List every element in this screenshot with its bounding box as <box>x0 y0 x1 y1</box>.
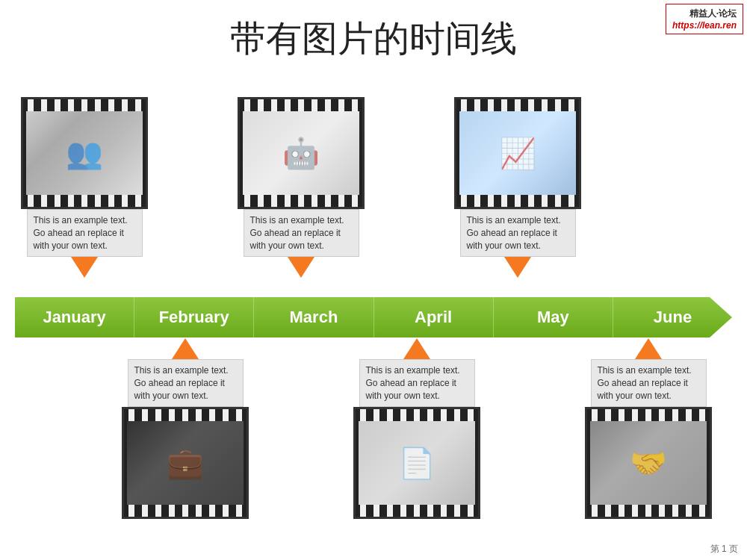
scene-chart <box>459 111 576 195</box>
month-april: April <box>374 297 494 337</box>
watermark-line2: https://lean.ren <box>672 20 737 31</box>
scene-handshake <box>590 421 707 505</box>
top-item-may: This is an example text. Go ahead an rep… <box>454 97 581 278</box>
bottom-item-february: This is an example text. Go ahead an rep… <box>122 338 249 519</box>
scene-meeting <box>26 111 143 195</box>
arrow-up-june <box>635 338 662 359</box>
timeline-bar: January February March April May June <box>15 297 732 337</box>
scene-robot <box>243 111 359 195</box>
scene-team <box>127 421 244 505</box>
month-june: June <box>613 297 732 337</box>
arrow-down-may <box>504 257 531 278</box>
arrow-up-february <box>172 338 199 359</box>
textbox-june: This is an example text. Go ahead an rep… <box>591 359 707 407</box>
textbox-april: This is an example text. Go ahead an rep… <box>359 359 475 407</box>
watermark: 精益人·论坛 https://lean.ren <box>666 4 743 34</box>
film-february <box>122 407 249 519</box>
page-number: 第 1 页 <box>710 543 738 556</box>
arrow-up-april <box>403 338 430 359</box>
arrow-down-march <box>288 257 314 278</box>
film-june <box>585 407 712 519</box>
scene-docs <box>359 421 475 505</box>
month-may: May <box>494 297 613 337</box>
film-may <box>454 97 581 209</box>
textbox-march: This is an example text. Go ahead an rep… <box>244 209 359 257</box>
film-april <box>353 407 480 519</box>
film-march <box>238 97 365 209</box>
top-item-january: This is an example text. Go ahead an rep… <box>21 97 148 278</box>
textbox-may: This is an example text. Go ahead an rep… <box>460 209 576 257</box>
arrow-down-january <box>71 257 98 278</box>
month-january: January <box>15 297 134 337</box>
month-february: February <box>134 297 254 337</box>
film-january <box>21 97 148 209</box>
watermark-line1: 精益人·论坛 <box>672 7 737 20</box>
top-item-march: This is an example text. Go ahead an rep… <box>238 97 365 278</box>
page-title: 带有图片的时间线 <box>0 0 747 70</box>
month-march: March <box>254 297 374 337</box>
bottom-item-april: This is an example text. Go ahead an rep… <box>353 338 480 519</box>
textbox-february: This is an example text. Go ahead an rep… <box>128 359 244 407</box>
main-container: 精益人·论坛 https://lean.ren 带有图片的时间线 January… <box>0 0 747 560</box>
textbox-january: This is an example text. Go ahead an rep… <box>27 209 143 257</box>
bottom-item-june: This is an example text. Go ahead an rep… <box>585 338 712 519</box>
